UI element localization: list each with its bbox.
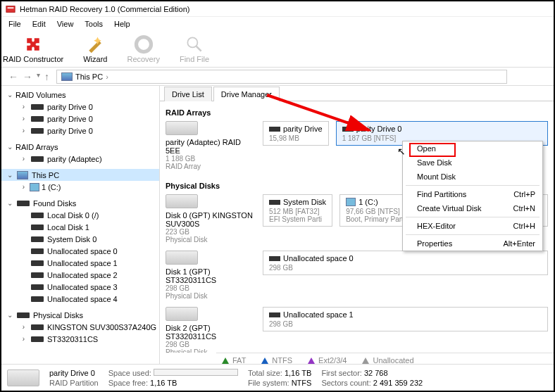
ctx-find-partitions[interactable]: Find PartitionsCtrl+P xyxy=(403,187,542,201)
hdd-icon xyxy=(166,307,198,321)
disk-descriptor[interactable]: Disk 0 (GPT) KINGSTON SUV300S 223 GB Phy… xyxy=(166,194,256,244)
disk-name: Disk 0 (GPT) KINGSTON SUV300S xyxy=(166,211,256,228)
tree-item[interactable]: Local Disk 0 (/) xyxy=(1,209,159,221)
chevron-right-icon[interactable]: › xyxy=(20,155,27,163)
tree-raid-arrays[interactable]: ⌄RAID Arrays xyxy=(1,141,159,153)
partition-box[interactable]: Unallocated space 1 298 GB xyxy=(263,307,548,331)
separator xyxy=(406,234,540,235)
tree-item[interactable]: Local Disk 1 xyxy=(1,221,159,233)
tree-item[interactable]: Unallocated space 2 xyxy=(1,269,159,281)
status-type: RAID Partition xyxy=(49,379,99,387)
physical-disk-row: Disk 2 (GPT) ST3320311CS 298 GB Physical… xyxy=(166,307,548,353)
menu-file[interactable]: File xyxy=(3,18,27,30)
ctx-label: Open xyxy=(417,144,436,153)
tree-item[interactable]: ›ST3320311CS xyxy=(1,333,159,345)
disk-type: Physical Disk xyxy=(166,348,256,353)
chevron-right-icon[interactable]: › xyxy=(20,103,27,110)
tool-label: Recovery xyxy=(127,55,159,63)
disk-type: Physical Disk xyxy=(166,292,256,300)
chevron-right-icon[interactable]: › xyxy=(20,127,27,134)
tree-item[interactable]: ›KINGSTON SUV300S37A240G xyxy=(1,321,159,333)
section-raid-arrays: RAID Arrays xyxy=(166,108,548,117)
ctx-open[interactable]: Open xyxy=(403,141,542,156)
array-descriptor[interactable]: parity (Adaptec) RAID 5EE 1 188 GB RAID … xyxy=(166,121,256,170)
partition-box[interactable]: System Disk 512 MB [FAT32] EFI System Pa… xyxy=(263,194,332,227)
chevron-down-icon[interactable]: ⌄ xyxy=(6,199,13,207)
ctx-create-virtual-disk[interactable]: Create Virtual DiskCtrl+N xyxy=(403,201,542,215)
disk-name: Disk 2 (GPT) ST3320311CS xyxy=(166,324,256,341)
disk-size: 223 GB xyxy=(166,228,256,236)
disk-type: Physical Disk xyxy=(166,236,256,244)
nav-arrows: ← → ▾ ↑ xyxy=(8,71,49,82)
array-name: parity (Adaptec) RAID 5EE xyxy=(166,138,256,155)
array-type: RAID Array xyxy=(166,163,256,170)
status-bar: parity Drive 0 RAID Partition Space used… xyxy=(1,364,554,391)
title-bar: Hetman RAID Recovery 1.0 (Commercial Edi… xyxy=(1,1,554,17)
chevron-right-icon[interactable]: › xyxy=(20,323,27,331)
partition-box[interactable]: parity Drive 15,98 MB xyxy=(263,121,329,146)
ctx-label: Properties xyxy=(417,239,452,248)
tree-item[interactable]: ›parity (Adaptec) xyxy=(1,153,159,165)
partition-box[interactable]: Unallocated space 0 298 GB xyxy=(263,251,548,275)
hdd-icon xyxy=(166,194,198,208)
tree-item[interactable]: System Disk 0 xyxy=(1,233,159,245)
tree-item[interactable]: ›parity Drive 0 xyxy=(1,101,159,113)
tree-item[interactable]: Unallocated space 4 xyxy=(1,293,159,305)
drive-icon xyxy=(31,248,44,254)
tree-this-pc[interactable]: ⌄This PC xyxy=(1,169,159,181)
disk-descriptor[interactable]: Disk 2 (GPT) ST3320311CS 298 GB Physical… xyxy=(166,307,256,353)
disk-descriptor[interactable]: Disk 1 (GPT) ST3320311CS 298 GB Physical… xyxy=(166,251,256,300)
status-sectors: First sector: 32 768 Sectors count: 2 49… xyxy=(321,369,423,387)
nav-dropdown-icon[interactable]: ▾ xyxy=(37,71,40,82)
ctx-hex-editor[interactable]: HEX-EditorCtrl+H xyxy=(403,219,542,233)
tree-item[interactable]: Unallocated space 0 xyxy=(1,245,159,257)
ctx-save-disk[interactable]: Save Disk xyxy=(403,156,542,170)
status-value: 2 491 359 232 xyxy=(373,379,423,387)
menu-help[interactable]: Help xyxy=(108,18,136,30)
tab-drive-manager[interactable]: Drive Manager xyxy=(213,87,280,101)
menu-edit[interactable]: Edit xyxy=(27,18,51,30)
tab-drive-list[interactable]: Drive List xyxy=(164,87,212,101)
tool-raid-constructor[interactable]: RAID Constructor xyxy=(3,34,63,63)
tree-item[interactable]: ›1 (C:) xyxy=(1,181,159,193)
nav-bar: ← → ▾ ↑ This PC › xyxy=(1,68,554,86)
tree-label: RAID Volumes xyxy=(15,91,66,99)
tree-item[interactable]: Unallocated space 3 xyxy=(1,281,159,293)
tree-label: ST3320311CS xyxy=(47,335,98,343)
separator xyxy=(406,217,540,217)
status-label: Space free: xyxy=(108,379,148,387)
chevron-down-icon[interactable]: ⌄ xyxy=(6,143,13,151)
drive-icon xyxy=(17,201,30,206)
tree-label: parity Drive 0 xyxy=(47,115,93,123)
tree-found-disks[interactable]: ⌄Found Disks xyxy=(1,197,159,209)
chevron-down-icon[interactable]: ⌄ xyxy=(6,311,13,319)
chevron-down-icon[interactable]: ⌄ xyxy=(6,91,13,99)
tree-raid-volumes[interactable]: ⌄RAID Volumes xyxy=(1,89,159,101)
nav-forward-icon[interactable]: → xyxy=(23,71,32,82)
menu-tools[interactable]: Tools xyxy=(79,18,108,30)
ctx-properties[interactable]: PropertiesAlt+Enter xyxy=(403,236,542,251)
breadcrumb-root[interactable]: This PC xyxy=(75,72,103,81)
breadcrumb[interactable]: This PC › xyxy=(56,70,507,84)
ctx-label: Mount Disk xyxy=(417,172,456,181)
nav-back-icon[interactable]: ← xyxy=(8,71,18,82)
chevron-right-icon[interactable]: › xyxy=(20,183,27,191)
tool-find-file: Find File xyxy=(180,34,209,63)
nav-up-icon[interactable]: ↑ xyxy=(44,71,49,82)
status-label: First sector: xyxy=(321,369,361,377)
drive-icon xyxy=(31,225,44,230)
tool-wizard[interactable]: Wizard xyxy=(83,34,107,63)
tree-item[interactable]: ›parity Drive 0 xyxy=(1,125,159,137)
tree-item[interactable]: Unallocated space 1 xyxy=(1,257,159,269)
chevron-right-icon[interactable]: › xyxy=(20,335,27,343)
ctx-mount-disk[interactable]: Mount Disk xyxy=(403,170,542,184)
menu-view[interactable]: View xyxy=(51,18,80,30)
chevron-down-icon[interactable]: ⌄ xyxy=(6,171,13,179)
tree-physical-disks[interactable]: ⌄Physical Disks xyxy=(1,309,159,321)
status-label: File system: xyxy=(248,379,289,387)
status-label: Sectors count: xyxy=(321,379,370,387)
context-menu: Open Save Disk Mount Disk Find Partition… xyxy=(402,141,543,251)
tree-panel[interactable]: ⌄RAID Volumes ›parity Drive 0 ›parity Dr… xyxy=(1,86,160,367)
tree-item[interactable]: ›parity Drive 0 xyxy=(1,113,159,125)
chevron-right-icon[interactable]: › xyxy=(20,115,27,122)
